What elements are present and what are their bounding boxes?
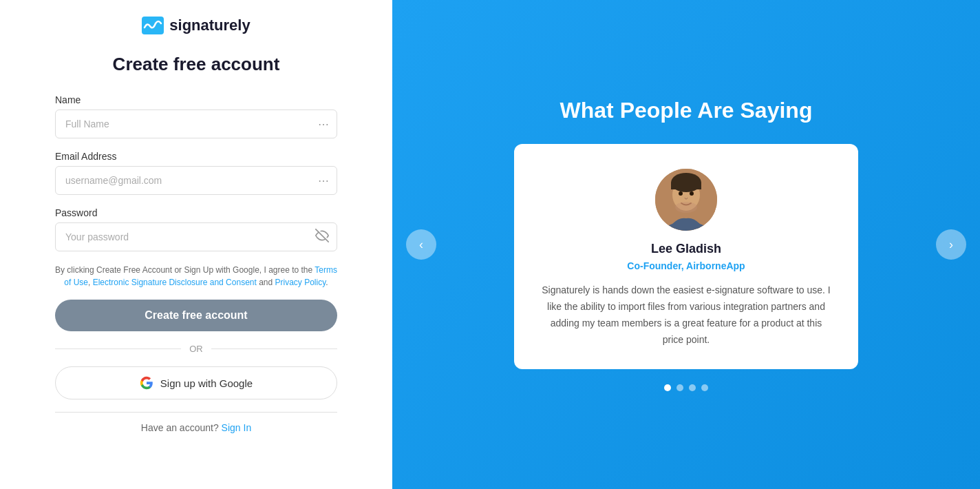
google-btn-label: Sign up with Google [160, 377, 253, 389]
terms-suffix: . [326, 278, 328, 287]
email-input-wrapper: ⋯ [55, 166, 337, 195]
page-title: Create free account [113, 54, 280, 75]
testimonial-next-button[interactable]: › [936, 229, 966, 260]
google-signup-button[interactable]: Sign up with Google [55, 366, 337, 399]
signin-text: Have an account? Sign In [55, 422, 337, 433]
testimonial-name: Lee Gladish [539, 242, 833, 256]
svg-point-7 [679, 191, 683, 196]
password-label: Password [55, 207, 337, 218]
email-field-group: Email Address ⋯ [55, 151, 337, 195]
password-input[interactable] [55, 222, 337, 251]
password-input-wrapper [55, 222, 337, 251]
svg-point-8 [690, 191, 694, 196]
svg-rect-6 [671, 183, 701, 189]
logo-text: signaturely [169, 17, 250, 34]
name-icon: ⋯ [318, 118, 329, 131]
testimonial-heading: What People Are Saying [560, 98, 813, 123]
testimonial-role: Co-Founder, AirborneApp [539, 260, 833, 271]
logo-icon [142, 17, 164, 34]
or-text: OR [189, 344, 203, 354]
testimonial-quote: Signaturely is hands down the easiest e-… [539, 282, 833, 348]
svg-point-9 [675, 202, 697, 213]
or-line-right [211, 348, 337, 349]
name-input-wrapper: ⋯ [55, 110, 337, 138]
testimonial-section: What People Are Saying [420, 98, 952, 391]
email-input[interactable] [55, 166, 337, 195]
password-visibility-toggle[interactable] [315, 229, 329, 246]
email-label: Email Address [55, 151, 337, 162]
create-account-button[interactable]: Create free account [55, 300, 337, 331]
signin-prefix: Have an account? [141, 422, 219, 433]
signup-form: Name ⋯ Email Address ⋯ Password [55, 94, 337, 433]
logo-area: signaturely [142, 17, 250, 34]
name-field-group: Name ⋯ [55, 94, 337, 138]
dot-1[interactable] [664, 384, 671, 391]
dot-2[interactable] [677, 384, 683, 391]
chevron-right-icon: › [949, 238, 953, 252]
right-panel: ‹ What People Are Saying [392, 0, 980, 489]
signin-divider [55, 412, 337, 413]
password-field-group: Password [55, 207, 337, 251]
testimonial-dots [664, 384, 708, 391]
signin-link[interactable]: Sign In [222, 422, 252, 433]
google-icon [140, 376, 153, 390]
avatar-face [655, 169, 717, 231]
email-icon: ⋯ [318, 174, 329, 187]
privacy-link[interactable]: Privacy Policy [275, 278, 326, 287]
testimonial-card: Lee Gladish Co-Founder, AirborneApp Sign… [514, 144, 858, 368]
terms-prefix: By clicking Create Free Account or Sign … [55, 265, 315, 275]
or-divider: OR [55, 344, 337, 354]
dot-4[interactable] [701, 384, 708, 391]
name-label: Name [55, 94, 337, 105]
left-panel: signaturely Create free account Name ⋯ E… [0, 0, 392, 489]
terms-and: and [257, 278, 275, 287]
dot-3[interactable] [689, 384, 696, 391]
avatar [655, 169, 717, 231]
disclosure-link[interactable]: Electronic Signature Disclosure and Cons… [93, 278, 257, 287]
or-line-left [55, 348, 181, 349]
terms-text: By clicking Create Free Account or Sign … [55, 264, 337, 289]
terms-comma: , [88, 278, 93, 287]
name-input[interactable] [55, 110, 337, 138]
